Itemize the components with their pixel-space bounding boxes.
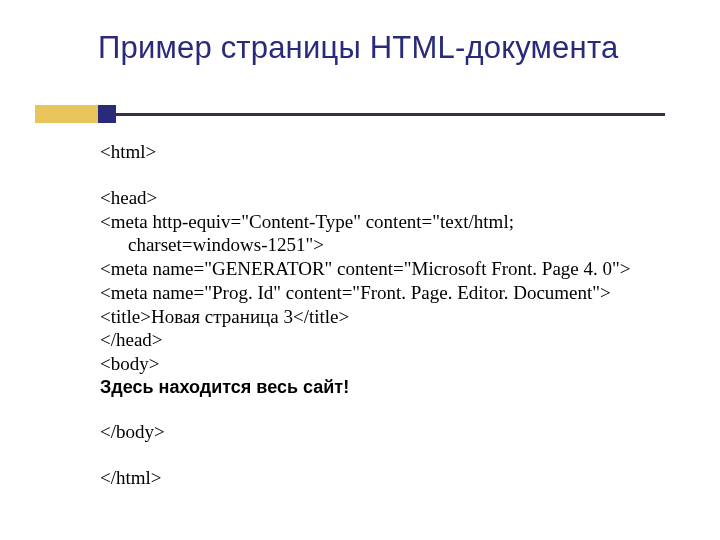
divider-accent-gold (35, 105, 98, 123)
code-line: <meta name="GENERATOR" content="Microsof… (100, 257, 660, 281)
code-line: </body> (100, 420, 660, 444)
code-line: <meta name="Prog. Id" content="Front. Pa… (100, 281, 660, 305)
code-line-emphasis: Здесь находится весь сайт! (100, 376, 660, 399)
slide-title: Пример страницы HTML-документа (98, 30, 618, 66)
code-line: </head> (100, 328, 660, 352)
code-line: <html> (100, 140, 660, 164)
divider-accent-navy (98, 105, 116, 123)
code-line: <meta http-equiv="Content-Type" content=… (100, 210, 660, 234)
code-line: </html> (100, 466, 660, 490)
title-divider (35, 105, 665, 125)
code-line: <title>Новая страница 3</title> (100, 305, 660, 329)
divider-line (98, 113, 665, 116)
code-line-indent: charset=windows-1251"> (100, 233, 660, 257)
code-line: <head> (100, 186, 660, 210)
slide: Пример страницы HTML-документа <html> <h… (0, 0, 720, 540)
code-content: <html> <head> <meta http-equiv="Content-… (100, 140, 660, 512)
code-line: <body> (100, 352, 660, 376)
code-block-head: <head> <meta http-equiv="Content-Type" c… (100, 186, 660, 399)
spacer (100, 398, 660, 420)
